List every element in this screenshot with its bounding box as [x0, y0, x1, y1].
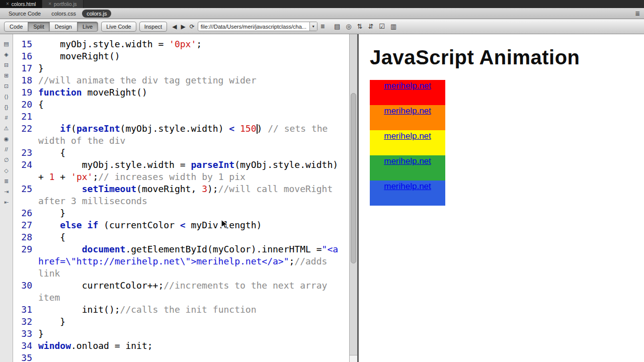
- code-line[interactable]: 35: [13, 352, 349, 362]
- check-in-out-icon[interactable]: ⇵: [368, 23, 373, 30]
- collapse-full-tag-icon[interactable]: ⊟: [4, 62, 9, 68]
- select-parent-tag-icon[interactable]: ⟨⟩: [4, 94, 9, 100]
- line-number: 26: [13, 207, 38, 219]
- code-line[interactable]: 32 }: [13, 316, 349, 328]
- code-line[interactable]: 33 }: [13, 328, 349, 340]
- code-line[interactable]: 15 myObj.style.width = '0px';: [13, 38, 349, 50]
- code-token: (myObj.style.width): [120, 123, 229, 134]
- code-line[interactable]: 20 {: [13, 99, 349, 111]
- remove-comment-icon[interactable]: ∅: [4, 157, 9, 163]
- code-line[interactable]: 26 }: [13, 207, 349, 219]
- back-icon[interactable]: ◀: [172, 24, 177, 30]
- merihelp-link[interactable]: merihelp.net: [384, 156, 431, 166]
- recent-snippets-icon[interactable]: ≣: [4, 178, 9, 184]
- get-put-files-icon[interactable]: ⇅: [357, 23, 363, 30]
- code-token: <: [229, 123, 234, 134]
- inspect-button[interactable]: Inspect: [139, 22, 167, 32]
- preview-in-browser-icon[interactable]: ◎: [346, 23, 351, 30]
- view-mode-button[interactable]: Live: [77, 22, 98, 32]
- code-token: function: [38, 87, 82, 98]
- line-content: }: [38, 328, 340, 340]
- line-number: 17: [13, 62, 38, 74]
- code-line[interactable]: 19 function moveRight(): [13, 86, 349, 99]
- code-scrollbar[interactable]: [349, 34, 357, 362]
- code-line[interactable]: 30 currentColor++;//increments to the ne…: [13, 280, 349, 304]
- code-line[interactable]: 27 else if (currentColor < myDiv.length): [13, 219, 349, 231]
- code-line[interactable]: 29 document.getElementById(myColor).inne…: [13, 243, 349, 280]
- code-line[interactable]: 17 }: [13, 62, 349, 74]
- code-token: (currentColor: [98, 220, 180, 230]
- document-toolbar: Code Split Design Live Live Code Inspect…: [0, 19, 644, 34]
- merihelp-link[interactable]: merihelp.net: [384, 106, 431, 116]
- line-content: }: [38, 316, 340, 328]
- dreamweaver-window: × colors.html × portfolio.js Source Code…: [0, 0, 644, 362]
- code-token: setTimeout: [82, 184, 136, 194]
- balance-braces-icon[interactable]: {}: [5, 105, 8, 110]
- code-token: {: [38, 147, 65, 158]
- code-line[interactable]: 16 moveRight(): [13, 50, 349, 62]
- code-token: parseInt: [191, 159, 234, 170]
- code-token: myObj.style.width =: [38, 39, 169, 49]
- view-mode-button[interactable]: Design: [49, 22, 77, 32]
- code-navigator-icon[interactable]: ≣: [320, 24, 325, 29]
- close-tab-icon[interactable]: ×: [6, 2, 9, 7]
- line-number: 33: [13, 328, 38, 340]
- merihelp-link[interactable]: merihelp.net: [384, 81, 431, 90]
- related-file-item[interactable]: colors.css: [47, 10, 80, 18]
- wrap-tag-icon[interactable]: ◇: [4, 168, 8, 173]
- code-token: myDiv.length): [186, 220, 262, 230]
- highlight-invalid-code-icon[interactable]: ⚠: [4, 126, 9, 131]
- merihelp-link[interactable]: merihelp.net: [384, 131, 431, 141]
- close-tab-icon[interactable]: ×: [48, 2, 51, 7]
- compare-files-icon[interactable]: ▥: [390, 23, 396, 30]
- syntax-error-alerts-icon[interactable]: ◉: [4, 136, 9, 142]
- indent-code-icon[interactable]: ⇥: [4, 189, 9, 195]
- code-line[interactable]: 18 //will animate the div tag getting wi…: [13, 74, 349, 86]
- code-line[interactable]: 28 {: [13, 231, 349, 243]
- scrollbar-thumb[interactable]: [351, 93, 356, 263]
- apply-comment-icon[interactable]: //: [5, 147, 8, 152]
- line-numbers-icon[interactable]: #: [5, 115, 8, 121]
- code-line[interactable]: 34 window.onload = init;: [13, 340, 349, 352]
- document-tab[interactable]: × portfolio.js: [42, 0, 83, 8]
- code-line[interactable]: 25 setTimeout(moveRight, 3);//will call …: [13, 183, 349, 207]
- address-bar[interactable]: file:///Data/Users/meri/javascriptclass/…: [198, 22, 317, 31]
- file-management-icon[interactable]: ▤: [334, 23, 340, 30]
- code-editor[interactable]: 15 myObj.style.width = '0px'; 16 moveRig…: [13, 34, 349, 362]
- browser-nav-group: ◀ ▶ ⟳: [172, 24, 195, 30]
- validate-markup-icon[interactable]: ☑: [379, 23, 385, 30]
- address-dropdown-icon[interactable]: ▼: [309, 22, 317, 31]
- document-tab[interactable]: × colors.html: [0, 0, 42, 8]
- line-number: 31: [13, 304, 38, 316]
- view-mode-button[interactable]: Code: [4, 22, 28, 32]
- panel-menu-icon[interactable]: ≣: [635, 10, 640, 17]
- view-mode-button[interactable]: Split: [28, 22, 49, 32]
- line-content: window.onload = init;: [38, 340, 340, 352]
- code-token: moveRight(): [82, 87, 147, 98]
- color-box: merihelp.net: [370, 155, 445, 180]
- outdent-code-icon[interactable]: ⇤: [4, 200, 9, 205]
- line-content: myObj.style.width = parseInt(myObj.style…: [38, 159, 340, 183]
- related-file-item[interactable]: colors.js: [82, 10, 111, 18]
- open-documents-icon[interactable]: ▤: [4, 41, 9, 47]
- merihelp-link[interactable]: merihelp.net: [384, 182, 431, 191]
- line-content: }: [38, 207, 340, 219]
- live-code-button[interactable]: Live Code: [101, 22, 136, 32]
- line-content: }: [38, 62, 340, 74]
- refresh-icon[interactable]: ⟳: [190, 24, 195, 30]
- line-number: 25: [13, 183, 38, 207]
- forward-icon[interactable]: ▶: [181, 24, 185, 30]
- code-line[interactable]: 23 {: [13, 147, 349, 159]
- code-line[interactable]: 22 if(parseInt(myObj.style.width) < 150)…: [13, 123, 349, 147]
- code-token: [38, 244, 82, 254]
- code-line[interactable]: 24 myObj.style.width = parseInt(myObj.st…: [13, 159, 349, 183]
- collapse-selection-icon[interactable]: ⊞: [4, 73, 9, 78]
- code-line[interactable]: 31 init();//calls the init function: [13, 304, 349, 316]
- related-file-item[interactable]: Source Code: [4, 10, 45, 18]
- code-line[interactable]: 21: [13, 111, 349, 123]
- line-content: //will animate the div tag getting wider: [38, 74, 340, 86]
- code-token: {: [38, 99, 44, 110]
- expand-all-icon[interactable]: ⊡: [4, 83, 9, 89]
- show-code-navigator-icon[interactable]: ◈: [4, 52, 8, 57]
- line-number: 16: [13, 50, 38, 62]
